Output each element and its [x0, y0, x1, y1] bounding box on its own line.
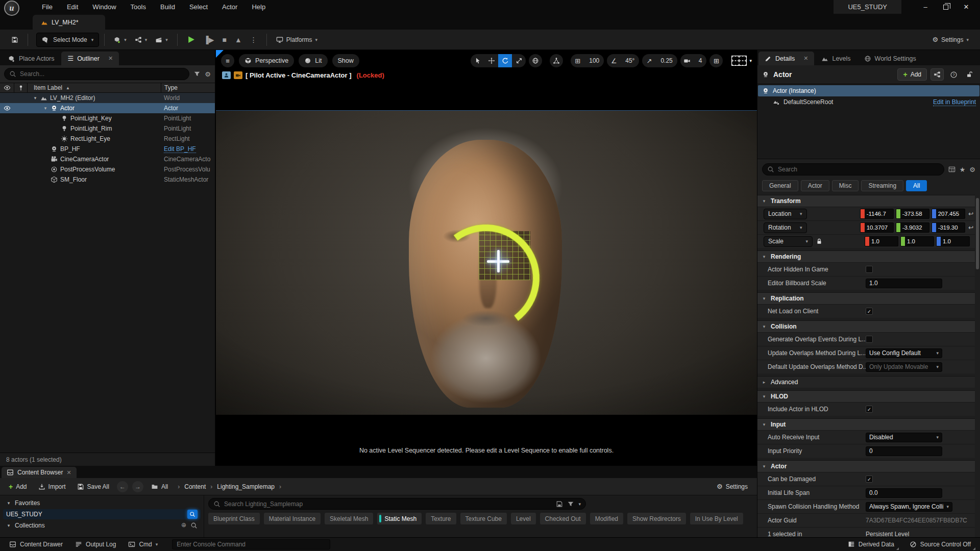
help-button[interactable]: ? — [947, 68, 960, 81]
dropdown-always-spawn-ignore-colli[interactable]: Always Spawn, Ignore Colli▾ — [866, 502, 952, 512]
eye-cell[interactable] — [0, 164, 14, 174]
console-command-field[interactable] — [177, 541, 326, 548]
checkbox[interactable] — [866, 336, 873, 343]
crosshair-gizmo[interactable] — [497, 250, 500, 272]
details-filter-actor[interactable]: Actor — [801, 180, 829, 191]
outliner-row[interactable]: PostProcessVolumePostProcessVolu — [0, 164, 215, 174]
grid-snap-toggle[interactable]: ⊞ — [571, 54, 584, 67]
close-icon[interactable]: ✕ — [108, 55, 113, 62]
lock-icon[interactable] — [816, 238, 823, 245]
outliner-row[interactable]: BP_HFEdit BP_HF — [0, 144, 215, 154]
content-drawer-button[interactable]: Content Drawer — [4, 539, 68, 550]
pin-column-icon[interactable] — [17, 84, 24, 91]
breadcrumb-lighting_samplemap[interactable]: Lighting_Samplemap — [217, 483, 275, 490]
details-search-field[interactable] — [778, 166, 939, 173]
transform-rotation-dropdown[interactable]: Rotation▾ — [764, 222, 807, 233]
tab-details[interactable]: Details✕ — [758, 52, 814, 65]
output-log-button[interactable]: Output Log — [70, 539, 121, 550]
outliner-row[interactable]: RectLight_EyeRectLight — [0, 134, 215, 144]
collections-row[interactable]: ▾ Collections ⊕ — [3, 520, 201, 531]
transform-location-dropdown[interactable]: Location▾ — [764, 209, 807, 219]
level-tab[interactable]: LV_MH2* — [33, 15, 105, 30]
rotate-tool-button[interactable] — [498, 54, 512, 67]
filter-chip-checked-out[interactable]: Checked Out — [540, 513, 586, 524]
menu-file[interactable]: File — [36, 1, 59, 13]
favorites-star-icon[interactable]: ★ — [960, 166, 966, 173]
section-header-rendering[interactable]: ▾Rendering — [757, 251, 975, 262]
outliner-row[interactable]: ▾ActorActor — [0, 103, 215, 113]
expand-arrow-icon[interactable]: ▾ — [43, 106, 48, 111]
section-header-collision[interactable]: ▾Collision — [757, 320, 975, 332]
play-options-button[interactable]: ⋮ — [246, 33, 261, 47]
rotation-snap-value[interactable]: 45° — [621, 54, 639, 67]
column-item-label[interactable]: Item Label — [34, 84, 62, 91]
section-header-transform[interactable]: ▾Transform — [757, 195, 975, 207]
outliner-row[interactable]: SM_FloorStaticMeshActor — [0, 174, 215, 185]
filter-chip-modified[interactable]: Modified — [590, 513, 623, 524]
show-dropdown[interactable]: Show — [332, 54, 359, 67]
outliner-row[interactable]: PointLight_KeyPointLight — [0, 113, 215, 123]
cmd-dropdown[interactable]: Cmd ▾ — [123, 539, 163, 550]
dropdown-use-config-default[interactable]: Use Config Default▾ — [866, 348, 942, 358]
search-paths-button[interactable] — [187, 510, 198, 519]
filter-chip-static-mesh[interactable]: Static Mesh — [377, 513, 422, 524]
details-filter-streaming[interactable]: Streaming — [861, 180, 903, 191]
axis-value-field[interactable]: -319.30 — [932, 222, 965, 233]
cb-add-button[interactable]: + Add — [4, 480, 32, 493]
menu-select[interactable]: Select — [183, 1, 214, 13]
grid-snap-value[interactable]: 100 — [584, 54, 604, 67]
derived-data-button[interactable]: Derived Data — [843, 539, 899, 550]
axis-value-field[interactable]: -373.58 — [896, 209, 929, 219]
details-filter-general[interactable]: General — [762, 180, 798, 191]
viewport-layout-selector[interactable]: ▾ — [731, 56, 752, 66]
edit-blueprint-link[interactable]: Edit BP_HF — [164, 145, 196, 153]
console-command-input[interactable] — [172, 539, 330, 549]
close-icon[interactable]: ✕ — [66, 469, 71, 476]
cb-search-input[interactable]: ▾ — [208, 498, 586, 510]
camera-speed-value[interactable]: 4 — [694, 54, 707, 67]
blueprint-edit-button[interactable] — [930, 68, 944, 81]
eye-cell[interactable] — [0, 154, 14, 164]
cb-root-folder[interactable]: All — [146, 480, 173, 493]
menu-help[interactable]: Help — [246, 1, 272, 13]
checkbox[interactable] — [866, 266, 873, 273]
transform-scale-dropdown[interactable]: Scale▾ — [764, 236, 813, 247]
level-viewport[interactable]: ≡ Perspective Lit Show ⊞ 100 ∠ — [216, 50, 757, 466]
scale-snap-toggle[interactable]: ↗ — [642, 54, 656, 67]
unreal-logo-icon[interactable]: u — [4, 1, 19, 16]
details-filter-misc[interactable]: Misc — [832, 180, 859, 191]
scrollbar-thumb[interactable] — [976, 198, 979, 269]
component-actor-instance[interactable]: Actor (Instance) — [758, 85, 979, 96]
tab-levels[interactable]: Levels — [815, 52, 856, 65]
filter-chip-texture[interactable]: Texture — [426, 513, 456, 524]
cb-settings-button[interactable]: ⚙ Settings — [717, 483, 753, 490]
reset-to-default-icon[interactable]: ↩ — [967, 210, 975, 217]
value-field[interactable]: 0.0 — [866, 488, 942, 498]
stop-button[interactable]: ■ — [218, 33, 231, 47]
platforms-dropdown[interactable]: Platforms ▾ — [272, 33, 322, 47]
checkbox-checked[interactable]: ✓ — [866, 475, 873, 483]
scale-tool-button[interactable] — [512, 54, 526, 67]
select-mode-dropdown[interactable]: Select Mode ▾ — [36, 33, 99, 47]
eye-cell[interactable] — [0, 103, 14, 113]
checkbox-checked[interactable]: ✓ — [866, 308, 873, 315]
section-header-input[interactable]: ▾Input — [757, 418, 975, 430]
eye-cell[interactable] — [0, 134, 14, 144]
restore-button[interactable] — [937, 2, 954, 13]
settings-dropdown[interactable]: ⚙ Settings ▾ — [928, 33, 973, 47]
save-button[interactable] — [7, 33, 22, 47]
tab-world-settings[interactable]: World Settings — [858, 52, 922, 65]
checkbox-checked[interactable]: ✓ — [866, 406, 873, 413]
blueprints-dropdown[interactable]: ▾ — [131, 33, 152, 47]
content-browser-tab[interactable]: Content Browser ✕ — [2, 467, 77, 478]
outliner-row[interactable]: PointLight_RimPointLight — [0, 123, 215, 134]
expand-arrow-icon[interactable]: ▾ — [33, 95, 38, 101]
add-component-button[interactable]: + Add — [897, 68, 927, 81]
favorites-row[interactable]: ▾ Favorites — [3, 498, 201, 508]
breadcrumb-content[interactable]: Content — [184, 483, 206, 490]
dropdown-disabled[interactable]: Disabled▾ — [866, 433, 942, 442]
axis-value-field[interactable]: -3.9032 — [896, 222, 929, 233]
minimize-button[interactable]: – — [917, 2, 934, 13]
skip-button[interactable]: ▐▶ — [200, 33, 218, 47]
filter-chip-in-use-by-level[interactable]: In Use By Level — [690, 513, 743, 524]
